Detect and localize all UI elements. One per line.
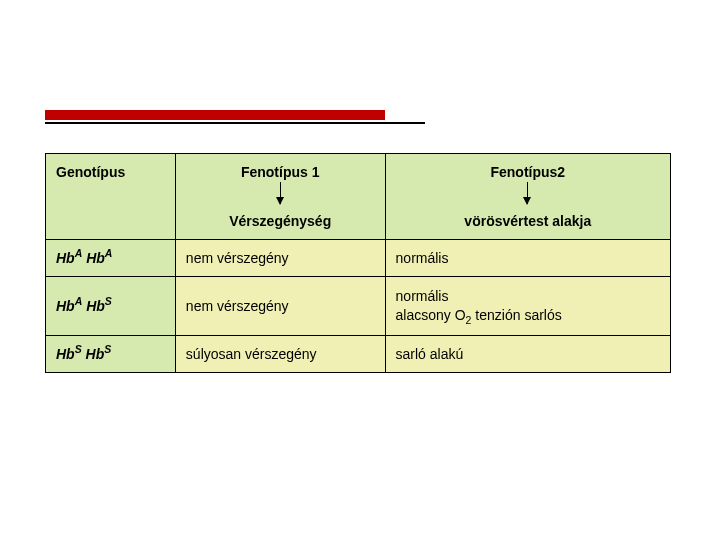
allele-sup: S [105,295,112,307]
header-phenotype2-label: Fenotípus2 [396,164,660,180]
table-header-row: Genotípus Fenotípus 1 Vérszegénység Feno… [46,154,671,240]
arrow-down-icon [280,182,281,204]
table-row: HbA HbA nem vérszegény normális [46,240,671,277]
allele: HbS [86,346,112,362]
slide: Genotípus Fenotípus 1 Vérszegénység Feno… [0,0,720,540]
phenotype2-cell: normális alacsony O2 tenzión sarlós [385,277,670,336]
table-row: HbA HbS nem vérszegény normális alacsony… [46,277,671,336]
header-phenotype1-sub: Vérszegénység [186,213,375,229]
allele-base: Hb [56,250,75,266]
allele-base: Hb [86,298,105,314]
phenotype2-line1: normális [396,288,449,304]
allele: HbA [86,250,112,266]
allele-sup: A [105,247,113,259]
genotype-phenotype-table: Genotípus Fenotípus 1 Vérszegénység Feno… [45,153,671,373]
allele: HbA [56,298,86,314]
allele-sup: S [75,343,82,355]
header-phenotype1-label: Fenotípus 1 [186,164,375,180]
header-phenotype1: Fenotípus 1 Vérszegénység [175,154,385,240]
phenotype2-o2-pre: alacsony O [396,307,466,323]
phenotype2-o2-post: tenzión sarlós [471,307,561,323]
genotype-cell: HbA HbS [46,277,176,336]
title-rule [45,110,425,124]
header-phenotype2-sub: vörösvértest alakja [396,213,660,229]
allele: HbS [86,298,112,314]
genotype-cell: HbA HbA [46,240,176,277]
title-rule-underline [45,122,425,124]
phenotype1-cell: nem vérszegény [175,277,385,336]
allele: HbA [56,250,86,266]
allele-sup: A [75,295,83,307]
header-genotype: Genotípus [46,154,176,240]
phenotype1-cell: nem vérszegény [175,240,385,277]
title-rule-red [45,110,385,120]
phenotype2-cell: sarló alakú [385,335,670,372]
allele-sup: A [75,247,83,259]
allele-base: Hb [56,346,75,362]
arrow-down-icon [527,182,528,204]
phenotype1-cell: súlyosan vérszegény [175,335,385,372]
allele-base: Hb [56,298,75,314]
allele-base: Hb [86,346,105,362]
phenotype2-cell: normális [385,240,670,277]
header-phenotype2: Fenotípus2 vörösvértest alakja [385,154,670,240]
table-row: HbS HbS súlyosan vérszegény sarló alakú [46,335,671,372]
allele: HbS [56,346,86,362]
genotype-cell: HbS HbS [46,335,176,372]
allele-base: Hb [86,250,105,266]
allele-sup: S [104,343,111,355]
